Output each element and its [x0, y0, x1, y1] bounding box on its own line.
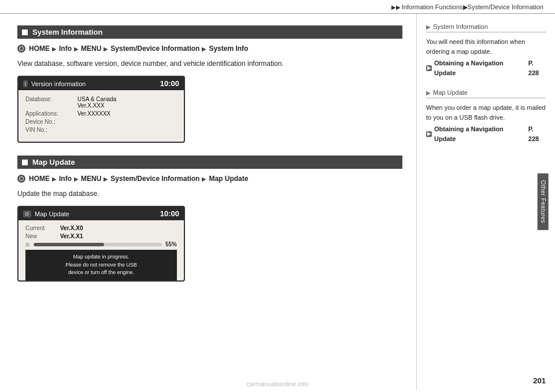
map-row-current: Current Ver.X.X0 [25, 225, 177, 231]
map-update-description: Update the map database. [17, 188, 402, 199]
header-arrows: ▶▶ [391, 4, 401, 10]
map-nav-sdi: System/Device Information [110, 175, 199, 183]
sidebar-section-arrow: ▶ [426, 24, 431, 30]
map-screen-icon: ⊙ [23, 210, 31, 217]
nav-arrow-2: ▶ [74, 46, 79, 52]
map-update-section-header: Map Update [17, 156, 402, 169]
nav-arrow-3: ▶ [103, 46, 108, 52]
sidebar-map-section-arrow: ▶ [426, 90, 431, 96]
page-header: ▶▶ Information Functions▶System/Device I… [0, 0, 555, 14]
sidebar-map-update-link-page: P. 228 [528, 124, 546, 143]
map-message-box: Map update in progress. Please do not re… [25, 250, 177, 280]
nav-arrow-1: ▶ [52, 46, 57, 52]
system-info-section-header: System Information [17, 25, 402, 39]
map-screen-header: ⊙ Map Update 10:00 [18, 207, 184, 220]
sidebar-system-info-link: ▶ Obtaining a Navigation Update P. 228 [426, 58, 546, 77]
main-container: System Information HOME ▶ Info ▶ MENU ▶ … [0, 14, 555, 390]
sidebar-system-info: ▶ System Information You will need this … [426, 23, 546, 77]
sidebar-system-info-body: You will need this information when orde… [426, 37, 546, 77]
map-nav-arrow-4: ▶ [202, 176, 206, 182]
map-row-new: New Ver.X.X1 [25, 233, 177, 239]
system-info-title: System Information [32, 28, 102, 36]
screen-body: Database: USA & CanadaVer.X.XXX Applicat… [18, 90, 184, 142]
sidebar-map-update-label: Map Update [433, 89, 468, 96]
nav-menu: MENU [81, 45, 101, 53]
map-nav-arrow-2: ▶ [74, 176, 79, 182]
sidebar-map-update-link: ▶ Obtaining a Navigation Update P. 228 [426, 124, 546, 143]
page-number: 201 [533, 376, 546, 385]
sidebar-system-info-title: ▶ System Information [426, 23, 546, 32]
left-content: System Information HOME ▶ Info ▶ MENU ▶ … [0, 14, 416, 390]
map-update-nav-path: HOME ▶ Info ▶ MENU ▶ System/Device Infor… [17, 175, 402, 183]
map-nav-arrow-1: ▶ [52, 176, 57, 182]
progress-icon: ⊙ [25, 242, 30, 247]
progress-pct: 55% [165, 241, 177, 247]
map-nav-map-update: Map Update [209, 175, 248, 183]
sidebar-map-link-arrow-icon: ▶ [426, 131, 432, 137]
map-label-new: New [25, 233, 60, 239]
map-value-current: Ver.X.X0 [60, 225, 83, 231]
screen-icon: i [23, 80, 28, 87]
screen-row-database: Database: USA & CanadaVer.X.XXX [25, 96, 177, 109]
sidebar-map-update: ▶ Map Update When you order a map update… [426, 89, 546, 143]
screen-title: Version information [31, 80, 86, 87]
screen-value-applications: Ver.XXXXXX [77, 110, 110, 117]
map-nav-arrow-3: ▶ [103, 176, 108, 182]
map-message-line1: Map update in progress. [73, 254, 129, 260]
screen-title-bar: i Version information [23, 80, 86, 87]
section-square-icon [22, 29, 28, 35]
progress-bar-fill [34, 243, 104, 246]
sidebar-map-update-title: ▶ Map Update [426, 89, 546, 98]
sidebar-system-info-link-page: P. 228 [528, 58, 546, 77]
nav-info: Info [59, 45, 72, 53]
sidebar-system-info-label: System Information [433, 23, 488, 30]
sidebar-link-arrow-icon: ▶ [426, 65, 432, 71]
header-breadcrumb: Information Functions▶System/Device Info… [402, 3, 543, 11]
watermark: carmanualsonline.info [246, 380, 308, 387]
system-info-nav-path: HOME ▶ Info ▶ MENU ▶ System/Device Infor… [17, 45, 402, 53]
nav-system-info: System Info [209, 45, 248, 53]
sidebar-map-update-body: When you order a map update, it is maile… [426, 103, 546, 143]
screen-value-database: USA & CanadaVer.X.XXX [77, 96, 116, 109]
map-screen-time: 10:00 [160, 209, 179, 218]
map-message-line2: Please do not remove the USB [65, 262, 137, 268]
screen-header: i Version information 10:00 [18, 77, 184, 90]
progress-row: ⊙ 55% [25, 241, 177, 247]
screen-label-vin: VIN No.: [25, 127, 77, 133]
map-nav-info: Info [59, 175, 72, 183]
screen-row-vin: VIN No.: [25, 127, 177, 133]
map-label-current: Current [25, 225, 60, 231]
nav-home: HOME [29, 45, 50, 53]
sidebar-map-update-text: When you order a map update, it is maile… [426, 104, 546, 121]
nav-sdi: System/Device Information [110, 45, 199, 53]
map-home-icon [17, 175, 25, 183]
system-info-description: View database, software version, device … [17, 58, 402, 69]
map-section-square-icon [22, 160, 28, 165]
sidebar-map-update-link-label: Obtaining a Navigation Update [434, 124, 526, 143]
map-update-title: Map Update [32, 158, 75, 167]
map-screen-title: Map Update [35, 210, 69, 217]
right-sidebar: ▶ System Information You will need this … [416, 14, 555, 390]
map-nav-home: HOME [29, 175, 50, 183]
sidebar-system-info-link-label: Obtaining a Navigation Update [434, 58, 526, 77]
map-value-new: Ver.X.X1 [60, 233, 83, 239]
screen-label-device: Device No.: [25, 119, 77, 125]
screen-label-applications: Applications: [25, 110, 77, 117]
screen-time: 10:00 [160, 79, 179, 88]
other-features-tab: Other Features [537, 173, 548, 230]
version-info-screen: i Version information 10:00 Database: US… [17, 76, 185, 143]
screen-label-database: Database: [25, 96, 77, 109]
map-message-line3: device or turn off the engine. [68, 269, 134, 275]
screen-row-device: Device No.: [25, 119, 177, 125]
progress-bar-bg [34, 243, 162, 246]
sidebar-system-info-text: You will need this information when orde… [426, 38, 525, 55]
map-update-screen: ⊙ Map Update 10:00 Current Ver.X.X0 New … [17, 206, 185, 282]
map-screen-body: Current Ver.X.X0 New Ver.X.X1 ⊙ 55% Map … [18, 220, 184, 280]
map-nav-menu: MENU [81, 175, 101, 183]
home-icon [17, 45, 25, 53]
nav-arrow-4: ▶ [202, 46, 206, 52]
map-screen-title-bar: ⊙ Map Update [23, 210, 69, 217]
screen-row-applications: Applications: Ver.XXXXXX [25, 110, 177, 117]
